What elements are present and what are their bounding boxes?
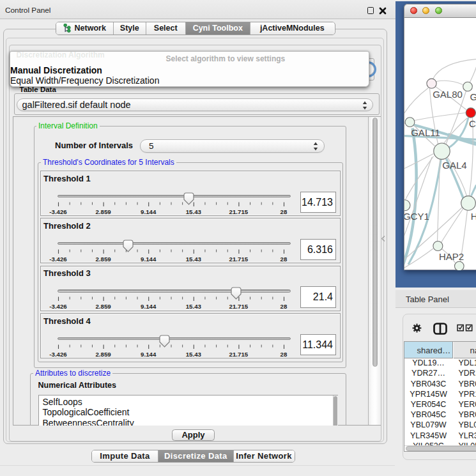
svg-text:GAL80: GAL80 [433,89,463,100]
svg-text:GAL2: GAL2 [470,91,476,102]
svg-text:GCY1: GCY1 [404,211,429,222]
svg-text:GAL11: GAL11 [411,127,440,137]
svg-text:CDC1: CDC1 [469,118,476,128]
svg-text:HAP2: HAP2 [438,251,463,262]
svg-text:HAP4: HAP4 [470,210,476,221]
svg-text:GAL4: GAL4 [442,159,466,170]
